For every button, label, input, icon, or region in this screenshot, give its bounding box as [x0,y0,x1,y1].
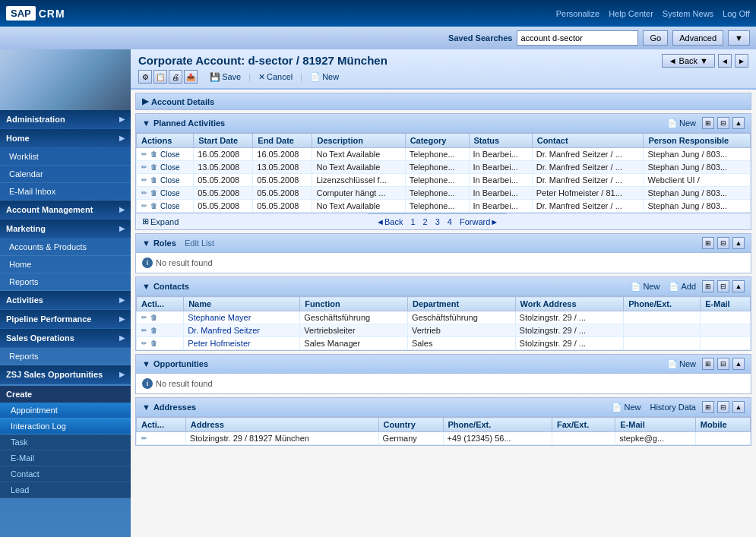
opp-icon2[interactable]: ⊟ [717,358,729,370]
contact-name[interactable]: Peter Hofmeister [184,337,300,350]
page-1-link[interactable]: 1 [408,217,417,226]
edit-icon[interactable]: ✏ [141,176,148,184]
back-button[interactable]: ◄ Back ▼ [662,54,715,68]
print-icon[interactable]: 🖨 [169,70,182,84]
sidebar-item-zsj-sales[interactable]: ZSJ Sales Opportunities ▶ [0,365,131,384]
roles-expand-icon[interactable]: ▲ [732,237,745,249]
delete-icon[interactable]: 🗑 [150,327,158,334]
close-link[interactable]: Close [160,150,181,159]
pa-expand-icon[interactable]: ▲ [732,117,745,129]
sidebar-item-calendar[interactable]: Calendar [0,166,131,183]
delete-icon[interactable]: 🗑 [150,150,158,158]
create-appointment[interactable]: Appointment [0,403,131,419]
addresses-header[interactable]: ▼ Addresses 📄 New History Data ⊞ ⊟ ▲ [136,398,751,417]
delete-icon[interactable]: 🗑 [150,340,158,347]
create-interaction-log[interactable]: Interaction Log [0,419,131,434]
opp-expand-icon[interactable]: ▲ [732,358,745,370]
sidebar-item-administration[interactable]: Administration ▶ [0,110,131,129]
create-contact[interactable]: Contact [0,466,131,482]
contact-phone [624,337,701,350]
sidebar-item-home1[interactable]: Home ▶ [0,129,131,148]
sidebar-item-worklist[interactable]: Worklist [0,148,131,166]
contacts-add-btn[interactable]: 📄 Add [666,281,699,292]
create-email[interactable]: E-Mail [0,450,131,466]
edit-icon[interactable]: ✏ [141,327,148,334]
edit-icon[interactable]: ✏ [141,434,148,442]
page-back-link[interactable]: ◄Back [374,217,405,226]
create-lead[interactable]: Lead [0,482,131,498]
contacts-header[interactable]: ▼ Contacts 📄 New 📄 Add ⊞ ⊟ ▲ [136,277,751,296]
personalize-link[interactable]: Personalize [556,9,599,18]
edit-list-link[interactable]: Edit List [185,238,214,248]
delete-icon[interactable]: 🗑 [150,189,158,197]
contacts-new-btn[interactable]: 📄 New [628,281,663,292]
delete-icon[interactable]: 🗑 [150,314,158,321]
planned-activities-new-btn[interactable]: 📄 New [664,118,699,129]
sidebar-item-home2[interactable]: Home [0,256,131,273]
roles-icon2[interactable]: ⊟ [717,237,729,249]
expand-button[interactable]: ⊞ Expand [136,214,185,229]
contact-name[interactable]: Dr. Manfred Seitzer [184,324,300,337]
account-details-header[interactable]: ▶ Account Details [136,93,751,109]
sidebar-item-marketing[interactable]: Marketing ▶ [0,220,131,238]
menu-button[interactable]: ▼ [728,30,750,46]
page-3-link[interactable]: 3 [433,217,442,226]
advanced-button[interactable]: Advanced [672,30,723,46]
sidebar-item-reports2[interactable]: Reports [0,348,131,365]
addresses-new-btn[interactable]: 📄 New [609,402,644,413]
close-link[interactable]: Close [160,189,181,197]
edit-icon[interactable]: ✏ [141,189,148,197]
nav-prev-icon[interactable]: ◄ [718,54,732,68]
go-button[interactable]: Go [643,30,668,46]
close-link[interactable]: Close [160,163,181,172]
create-task[interactable]: Task [0,434,131,450]
clipboard-icon[interactable]: 📋 [153,70,167,84]
pa-icon1[interactable]: ⊞ [702,117,714,129]
edit-icon[interactable]: ✏ [141,150,148,158]
help-center-link[interactable]: Help Center [609,9,653,18]
edit-icon[interactable]: ✏ [141,163,148,171]
edit-icon[interactable]: ✏ [141,314,148,321]
system-news-link[interactable]: System News [663,9,713,18]
save-button[interactable]: 💾 Save [205,71,245,84]
addresses-history-btn[interactable]: History Data [647,402,699,412]
sidebar-item-sales-ops[interactable]: Sales Operations ▶ [0,329,131,348]
page-forward-link[interactable]: Forward► [457,217,501,226]
contacts-icon2[interactable]: ⊟ [717,280,729,292]
pa-icon2[interactable]: ⊟ [717,117,729,129]
export-icon[interactable]: 📤 [184,70,198,84]
page-4-link[interactable]: 4 [445,217,454,226]
sidebar-item-reports1[interactable]: Reports [0,273,131,291]
contacts-expand-icon[interactable]: ▲ [732,280,745,292]
addr-expand-icon[interactable]: ▲ [732,401,745,413]
addr-icon2[interactable]: ⊟ [717,401,729,413]
sidebar-item-activities[interactable]: Activities ▶ [0,291,131,310]
settings-icon[interactable]: ⚙ [138,70,152,84]
sidebar-item-accounts-products[interactable]: Accounts & Products [0,238,131,256]
contact-name[interactable]: Stephanie Mayer [184,311,300,324]
sidebar-item-account-management[interactable]: Account Management ▶ [0,201,131,220]
roles-header[interactable]: ▼ Roles Edit List ⊞ ⊟ ▲ [136,234,751,253]
planned-activities-header[interactable]: ▼ Planned Activities 📄 New ⊞ ⊟ ▲ [136,114,751,133]
page-2-link[interactable]: 2 [421,217,430,226]
cancel-button[interactable]: ✕ Cancel [254,71,297,84]
delete-icon[interactable]: 🗑 [150,163,158,171]
log-off-link[interactable]: Log Off [723,9,750,18]
nav-next-icon[interactable]: ► [735,54,748,68]
close-link[interactable]: Close [160,176,181,185]
addr-icon1[interactable]: ⊞ [702,401,714,413]
close-link[interactable]: Close [160,202,181,210]
opportunities-header[interactable]: ▼ Opportunities 📄 New ⊞ ⊟ ▲ [136,355,751,374]
opportunities-new-btn[interactable]: 📄 New [664,359,699,370]
new-button[interactable]: 📄 New [305,71,343,84]
opp-icon1[interactable]: ⊞ [702,358,714,370]
delete-icon[interactable]: 🗑 [150,176,158,184]
saved-searches-input[interactable] [517,30,638,46]
edit-icon[interactable]: ✏ [141,340,148,347]
sidebar-item-email-inbox[interactable]: E-Mail Inbox [0,183,131,201]
roles-icon1[interactable]: ⊞ [702,237,714,249]
delete-icon[interactable]: 🗑 [150,202,158,210]
contacts-icon1[interactable]: ⊞ [702,280,714,292]
sidebar-item-pipeline[interactable]: Pipeline Performance ▶ [0,310,131,329]
edit-icon[interactable]: ✏ [141,202,148,210]
